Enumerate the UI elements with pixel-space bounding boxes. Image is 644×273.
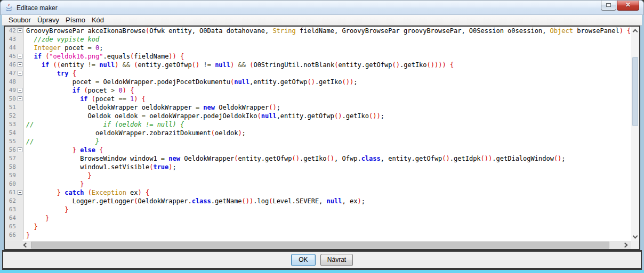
code-line[interactable]: 51OeldokWrapper oeldokWrapper = new Oeld… [5, 103, 631, 112]
line-number: 66 [5, 231, 17, 239]
code-line[interactable]: 64} [5, 214, 631, 222]
code-editor[interactable]: 42GroovyBrowsePar akceIkonaBrowse(Ofwk e… [4, 26, 640, 250]
code-line[interactable]: 57BrowseWindow window1 = new OeldokWrapp… [5, 154, 631, 163]
fold-toggle-icon[interactable] [17, 27, 24, 35]
code-line[interactable]: 60} [5, 180, 631, 188]
code-text: if ("oeldok16.png".equals(fieldName)) { [24, 52, 631, 61]
window-bottom-border [0, 270, 644, 273]
code-line[interactable]: 49if (pocet > 0) { [5, 86, 631, 95]
code-text: } [24, 214, 631, 222]
code-text: try { [24, 69, 631, 78]
line-number: 46 [5, 61, 17, 69]
scroll-up-icon[interactable] [633, 29, 638, 35]
fold-toggle-icon[interactable] [17, 52, 24, 61]
code-line[interactable]: 45if ("oeldok16.png".equals(fieldName)) … [5, 52, 631, 61]
code-line[interactable]: 47try { [5, 69, 631, 78]
menu-item-kod[interactable]: Kód [88, 15, 107, 24]
window-title: Editace maker [17, 4, 58, 12]
code-text: GroovyBrowsePar akceIkonaBrowse(Ofwk ent… [24, 27, 631, 35]
line-number: 55 [5, 137, 17, 146]
code-text: //zde vypiste kod [24, 35, 631, 44]
code-line[interactable]: 52Oeldok oeldok = oeldokWrapper.podejOel… [5, 112, 631, 120]
code-text: if (pocet == 1) { [24, 95, 631, 103]
code-text: BrowseWindow window1 = new OeldokWrapper… [24, 154, 631, 163]
code-line[interactable]: 42GroovyBrowsePar akceIkonaBrowse(Ofwk e… [5, 27, 631, 35]
code-line[interactable]: 44Integer pocet = 0; [5, 44, 631, 52]
scroll-right-icon[interactable] [623, 243, 628, 248]
code-line[interactable]: 53// if (oeldok != null) { [5, 120, 631, 129]
code-line[interactable]: 62Logger.getLogger(OeldokWrapper.class.g… [5, 197, 631, 205]
scroll-down-icon[interactable] [633, 234, 638, 239]
code-line[interactable]: 61} catch (Exception ex) { [5, 188, 631, 197]
code-line[interactable]: 66} [5, 231, 631, 239]
code-line[interactable]: 54oeldokWrapper.zobrazitDokument(oeldok)… [5, 129, 631, 137]
code-line[interactable]: 50if (pocet == 1) { [5, 95, 631, 103]
line-number: 58 [5, 163, 17, 171]
code-line[interactable]: 65} [5, 222, 631, 231]
line-number: 47 [5, 69, 17, 78]
fold-spacer [17, 171, 24, 180]
fold-spacer [17, 205, 24, 214]
fold-spacer [17, 137, 24, 146]
code-line[interactable]: 63} [5, 205, 631, 214]
fold-spacer [17, 44, 24, 52]
code-text: // if (oeldok != null) { [24, 120, 631, 129]
line-number: 45 [5, 52, 17, 61]
fold-toggle-icon[interactable] [17, 146, 24, 154]
fold-toggle-icon[interactable] [17, 188, 24, 197]
code-line[interactable]: 48pocet = OeldokWrapper.podejPocetDokume… [5, 78, 631, 86]
menu-item-soubor[interactable]: Soubor [5, 15, 34, 24]
line-number: 44 [5, 44, 17, 52]
menu-item-upravy[interactable]: Úpravy [34, 15, 62, 24]
scroll-left-icon[interactable] [23, 243, 29, 248]
line-number: 54 [5, 129, 17, 137]
java-app-icon [4, 3, 13, 12]
horizontal-scrollbar[interactable] [5, 241, 631, 249]
fold-spacer [17, 112, 24, 120]
line-number: 57 [5, 154, 17, 163]
code-text: oeldokWrapper.zobrazitDokument(oeldok); [24, 129, 631, 137]
code-text: } catch (Exception ex) { [24, 188, 631, 197]
fold-toggle-icon[interactable] [17, 69, 24, 78]
code-line[interactable]: 43//zde vypiste kod [5, 35, 631, 44]
vertical-scrollbar[interactable] [631, 27, 639, 241]
line-number: 60 [5, 180, 17, 188]
fold-spacer [17, 197, 24, 205]
line-number: 53 [5, 120, 17, 129]
menubar: Soubor Úpravy Písmo Kód [2, 15, 642, 26]
fold-spacer [17, 129, 24, 137]
navrat-button[interactable]: Návrat [320, 254, 353, 266]
line-number: 59 [5, 171, 17, 180]
code-lines[interactable]: 42GroovyBrowsePar akceIkonaBrowse(Ofwk e… [5, 27, 631, 241]
code-text: OeldokWrapper oeldokWrapper = new Oeldok… [24, 103, 631, 112]
code-line[interactable]: 58window1.setVisible(true); [5, 163, 631, 171]
close-button[interactable]: ✕ [617, 1, 639, 11]
line-number: 43 [5, 35, 17, 44]
fold-spacer [17, 231, 24, 239]
fold-spacer [17, 214, 24, 222]
vertical-scrollbar-thumb[interactable] [632, 57, 638, 126]
horizontal-scrollbar-thumb[interactable] [31, 242, 609, 249]
code-line[interactable]: 55// } [5, 137, 631, 146]
titlebar: Editace maker ✕ [0, 0, 644, 15]
line-number: 62 [5, 197, 17, 205]
fold-spacer [17, 78, 24, 86]
fold-toggle-icon[interactable] [17, 86, 24, 95]
line-number: 64 [5, 214, 17, 222]
button-panel: OK Návrat [2, 250, 642, 270]
close-icon: ✕ [625, 1, 631, 9]
restore-button[interactable] [601, 1, 616, 11]
code-text: if ((entity != null) && (entity.getOfwp(… [24, 61, 631, 69]
code-line[interactable]: 56} else { [5, 146, 631, 154]
code-line[interactable]: 59} [5, 171, 631, 180]
code-text: } [24, 205, 631, 214]
fold-toggle-icon[interactable] [17, 61, 24, 69]
ok-button[interactable]: OK [291, 254, 316, 266]
menu-item-pismo[interactable]: Písmo [62, 15, 88, 24]
fold-toggle-icon[interactable] [17, 95, 24, 103]
line-number: 65 [5, 222, 17, 231]
code-text: // } [24, 137, 631, 146]
code-text: } [24, 171, 631, 180]
code-line[interactable]: 46if ((entity != null) && (entity.getOfw… [5, 61, 631, 69]
fold-spacer [17, 35, 24, 44]
